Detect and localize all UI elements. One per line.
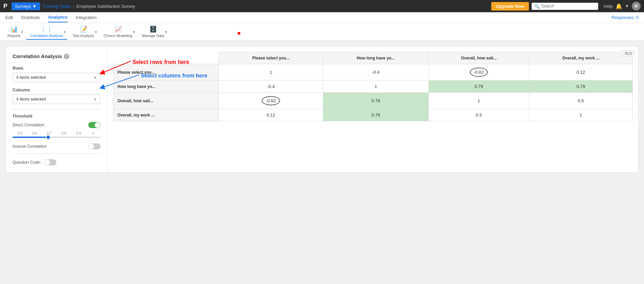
cell-1-3: 0.79	[529, 81, 632, 93]
reports-icon: 📊	[10, 25, 18, 33]
choice-label: Choice Modelling	[104, 34, 132, 38]
nav-distribute[interactable]: Distribute	[21, 13, 40, 22]
empty-header	[113, 52, 219, 64]
slider-fill	[13, 137, 48, 138]
correlation-table: Please select you... How long have yo...…	[113, 52, 633, 121]
secondary-nav: Edit Distribute Analytics Integration Re…	[0, 12, 644, 23]
right-panel: XLS Please select you... How long have y…	[107, 46, 639, 173]
question-code-label: Question Code:	[13, 160, 41, 165]
survey-name: Employee Satisfaction Survey	[76, 4, 135, 9]
slider-marks: 0.5 0.6 0.7 0.8 0.9 1	[13, 131, 100, 135]
cell-0-1: -0.4	[323, 64, 428, 81]
direct-correlation-row: Direct Correlation	[13, 122, 100, 128]
choice-icon: 📈	[114, 25, 122, 33]
avatar[interactable]: M	[632, 2, 641, 11]
inverse-correlation-toggle[interactable]	[88, 143, 100, 149]
rows-chevron: ▼	[93, 76, 97, 79]
toolbar-choice-modelling[interactable]: 📈 Choice Modelling ▼	[99, 24, 136, 40]
columns-selected-text: 4 items selected	[16, 97, 46, 102]
manage-icon: 🗄️	[149, 25, 157, 33]
main-content: Select rows from here Select columns fro…	[0, 41, 644, 178]
search-input[interactable]	[541, 4, 595, 8]
table-header-row: Please select you... How long have yo...…	[113, 52, 633, 64]
breadcrumb: Training Tasks › Employee Satisfaction S…	[43, 4, 135, 9]
table-row: How long have yo...-0.410.790.79	[113, 81, 633, 93]
panel-title: Correlation Analysis ?	[13, 53, 100, 59]
cell-3-1: 0.79	[323, 109, 428, 121]
cell-3-3: 1	[529, 109, 632, 121]
col-header-4: Overall, my work ...	[529, 52, 632, 64]
slider-track	[13, 137, 100, 138]
surveys-button[interactable]: Surveys ▼	[12, 2, 40, 10]
cell-0-2: -0.62	[428, 64, 529, 81]
row-label-0: Please select you...	[113, 64, 219, 81]
slider-thumb[interactable]	[46, 135, 51, 140]
rows-label: Rows	[13, 66, 100, 71]
training-tasks-link[interactable]: Training Tasks	[43, 4, 71, 9]
table-row: Overall, my work ...0.120.790.51	[113, 109, 633, 121]
bell-icon[interactable]: 🔔	[615, 3, 622, 10]
cell-1-0: -0.4	[219, 81, 323, 93]
cell-1-2: 0.79	[428, 81, 529, 93]
nav-analytics[interactable]: Analytics	[48, 13, 68, 22]
columns-label: Coloums	[13, 88, 100, 92]
row-label-3: Overall, my work ...	[113, 109, 219, 121]
cell-0-3: 0.12	[529, 64, 632, 81]
toolbar: 📊 Reports ▼ ⋮⋮ Correlation Analysis ▼ 📝 …	[0, 23, 644, 41]
xls-button[interactable]: XLS	[622, 50, 635, 57]
col-header-2: How long have yo...	[323, 52, 428, 64]
manage-label: Manage Data	[142, 34, 164, 38]
inverse-correlation-label: Inverse Correlation	[13, 144, 85, 149]
divider-2	[13, 154, 100, 154]
cell-3-2: 0.5	[428, 109, 529, 121]
correlation-label: Correlation Analysis	[30, 34, 63, 38]
left-panel: Correlation Analysis ? Rows 4 items sele…	[5, 46, 107, 173]
table-wrapper: Please select you... How long have yo...…	[108, 47, 638, 127]
cell-2-3: 0.5	[529, 93, 632, 109]
cell-3-0: 0.12	[219, 109, 323, 121]
red-dot-indicator	[238, 32, 240, 35]
text-analysis-label: Text Analysis	[73, 34, 94, 38]
col-header-1: Please select you...	[219, 52, 323, 64]
columns-select[interactable]: 4 items selected ▼	[13, 94, 100, 104]
table-row: Please select you...1-0.4-0.620.12	[113, 64, 633, 81]
toolbar-correlation[interactable]: ⋮⋮ Correlation Analysis ▼	[26, 24, 67, 40]
direct-correlation-label: Direct Correlation	[13, 123, 85, 127]
col-header-3: Overall, how sati...	[428, 52, 529, 64]
threshold-label: Threshold	[13, 114, 100, 119]
table-row: Overall, how sati...-0.620.7910.5	[113, 93, 633, 109]
direct-correlation-toggle[interactable]	[88, 122, 100, 128]
divider-1	[13, 109, 100, 110]
toolbar-reports[interactable]: 📊 Reports ▼	[3, 24, 25, 40]
search-icon: 🔍	[534, 4, 540, 9]
toolbar-manage-data[interactable]: 🗄️ Manage Data ▼	[138, 24, 168, 40]
question-code-row: Question Code:	[13, 159, 100, 165]
search-box: 🔍	[532, 3, 598, 10]
upgrade-button[interactable]: Upgrade Now	[491, 2, 529, 11]
cell-2-2: 1	[428, 93, 529, 109]
top-bar: P Surveys ▼ Training Tasks › Employee Sa…	[0, 0, 644, 12]
rows-selected-text: 4 items selected	[16, 75, 46, 80]
inverse-correlation-row: Inverse Correlation	[13, 143, 100, 149]
help-icon[interactable]: ?	[64, 54, 69, 59]
responses-count: Responses: 5	[612, 15, 639, 20]
cell-1-1: 1	[323, 81, 428, 93]
nav-edit[interactable]: Edit	[5, 13, 13, 22]
cell-2-1: 0.79	[323, 93, 428, 109]
columns-chevron: ▼	[93, 97, 97, 101]
cell-0-0: 1	[219, 64, 323, 81]
row-label-1: How long have yo...	[113, 81, 219, 93]
rows-select[interactable]: 4 items selected ▼	[13, 73, 100, 82]
cell-2-0: -0.62	[219, 93, 323, 109]
toolbar-text-analysis[interactable]: 📝 Text Analysis ▼	[69, 24, 98, 40]
correlation-icon: ⋮⋮	[40, 25, 53, 33]
nav-integration[interactable]: Integration	[76, 13, 96, 22]
text-analysis-icon: 📝	[80, 25, 87, 33]
reports-label: Reports	[7, 34, 21, 38]
question-code-toggle[interactable]	[44, 159, 56, 165]
help-label: Help	[604, 4, 613, 9]
logo: P	[3, 3, 7, 10]
row-label-2: Overall, how sati...	[113, 93, 219, 109]
